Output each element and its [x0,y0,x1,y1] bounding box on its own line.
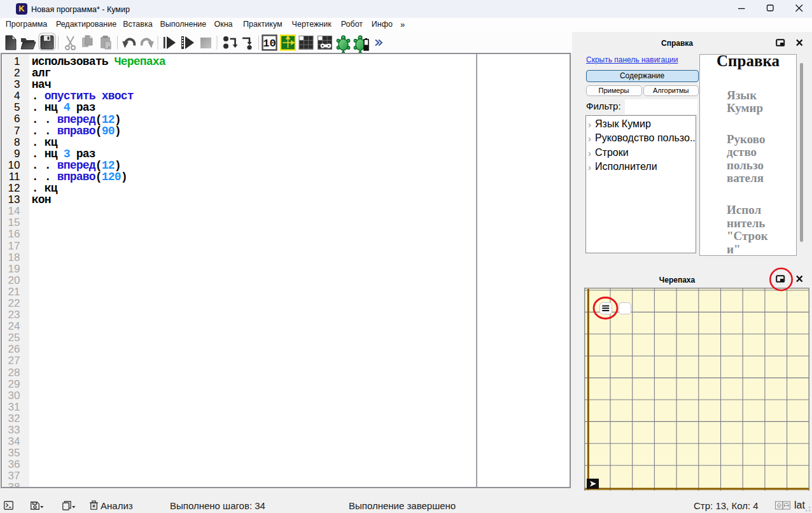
svg-text:10: 10 [263,38,276,50]
